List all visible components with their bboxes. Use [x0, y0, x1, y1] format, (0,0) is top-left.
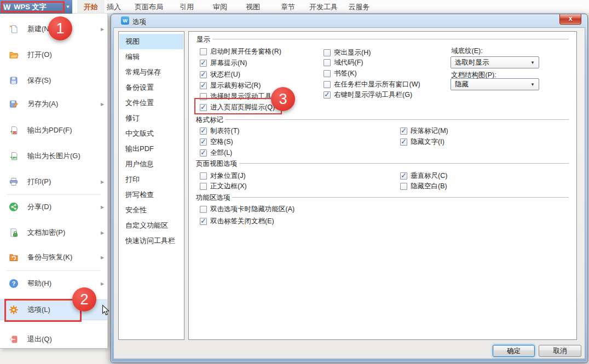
checkbox-label: 段落标记(M)	[411, 126, 448, 136]
submenu-arrow-icon: ▶	[101, 27, 104, 32]
category-revisions[interactable]: 修订	[119, 111, 183, 126]
group-title-ribbon-options: 功能区选项	[196, 193, 230, 203]
chevron-down-icon: ▼	[66, 4, 70, 9]
category-output-pdf[interactable]: 输出PDF	[119, 141, 183, 157]
checkbox-row-status-bar[interactable]: 状态栏(U)	[200, 70, 240, 79]
checkbox[interactable]	[200, 82, 207, 89]
menu-item-label: 保存(S)	[27, 76, 51, 85]
checkbox[interactable]	[324, 70, 331, 77]
category-view[interactable]: 视图	[119, 34, 183, 49]
group-title-display: 显示	[197, 35, 210, 44]
checkbox-label: 右键时显示浮动工具栏(G)	[334, 90, 412, 100]
checkbox-row-all-windows-taskbar[interactable]: 在任务栏中显示所有窗口(W)	[324, 79, 420, 89]
category-user-info[interactable]: 用户信息	[119, 157, 183, 172]
checkbox-row-paragraph-marks[interactable]: 段落标记(M)	[400, 126, 448, 136]
checkbox[interactable]	[324, 49, 331, 56]
checkbox[interactable]	[324, 59, 331, 66]
checkbox-row-screen-tips[interactable]: 屏幕提示(N)	[200, 58, 247, 68]
checkbox-row-hide-whitespace[interactable]: 隐藏空白(B)	[400, 181, 447, 191]
category-general-save[interactable]: 常规与保存	[119, 65, 183, 80]
document-map-dropdown[interactable]: 隐藏 ▼	[451, 78, 539, 90]
checkbox[interactable]	[400, 128, 407, 135]
category-security[interactable]: 安全性	[119, 203, 183, 218]
checkbox-label: 制表符(T)	[210, 126, 239, 136]
menu-item-backup-restore[interactable]: 备份与恢复(K) ▶	[0, 246, 107, 268]
menu-item-print[interactable]: 打印(P) ▶	[0, 171, 107, 193]
checkbox-row-object-position[interactable]: 对象位置(J)	[200, 171, 246, 181]
checkbox-row-field-codes[interactable]: 域代码(F)	[324, 57, 363, 67]
annotation-step-1: 1	[48, 16, 72, 41]
ribbon-tab-bar: W WPS 文字 ▼ 开始 插入 页面布局 引用 审阅 视图 章节 开发工具 云…	[0, 0, 589, 14]
checkbox[interactable]	[200, 60, 207, 67]
cancel-button[interactable]: 取消	[539, 345, 581, 357]
checkbox-row-all-marks[interactable]: 全部(L)	[200, 148, 232, 158]
checkbox-row-crop-marks[interactable]: 显示裁剪标记(R)	[200, 80, 261, 90]
ok-button[interactable]: 确定	[493, 345, 535, 357]
checkbox-row-spaces[interactable]: 空格(S)	[200, 137, 233, 147]
save-as-icon	[8, 99, 19, 109]
checkbox-row-double-click-hide-ribbon[interactable]: 双击选项卡时隐藏功能区(A)	[200, 204, 294, 214]
checkbox-row-double-click-close-doc[interactable]: 双击标签关闭文档(E)	[200, 216, 274, 226]
checkbox[interactable]	[200, 71, 207, 78]
checkbox-row-floating-toolbar-right-click[interactable]: 右键时显示浮动工具栏(G)	[324, 90, 412, 100]
field-shading-dropdown[interactable]: 选取时显示 ▼	[451, 56, 539, 68]
field-shading-label: 域底纹(E):	[451, 47, 483, 56]
category-edit[interactable]: 编辑	[119, 49, 183, 65]
chevron-down-icon: ▼	[530, 60, 535, 65]
submenu-arrow-icon: ▶	[101, 281, 104, 286]
tab-page-layout[interactable]: 页面布局	[131, 0, 166, 14]
checkbox[interactable]	[400, 138, 407, 146]
menu-item-label: 帮助(H)	[27, 279, 51, 288]
category-file-locations[interactable]: 文件位置	[119, 95, 183, 111]
checkbox[interactable]	[200, 48, 207, 55]
tab-home[interactable]: 开始	[77, 0, 105, 14]
checkbox[interactable]	[400, 172, 407, 180]
checkbox-row-text-boundaries[interactable]: 正文边框(X)	[200, 181, 247, 191]
save-icon	[8, 75, 19, 86]
checkbox-row-highlight[interactable]: 突出显示(H)	[324, 48, 371, 57]
checkbox-row-hidden-text[interactable]: 隐藏文字(I)	[400, 137, 444, 147]
checkbox[interactable]	[200, 128, 207, 135]
tab-section[interactable]: 章节	[279, 0, 297, 14]
checkbox[interactable]	[200, 172, 207, 180]
menu-item-save-as[interactable]: 另存为(A) ▶	[0, 93, 107, 115]
checkbox[interactable]	[324, 91, 331, 99]
checkbox[interactable]	[200, 138, 207, 146]
menu-item-save[interactable]: 保存(S)	[0, 70, 107, 91]
annotation-box-header-footer-hint	[194, 98, 282, 114]
checkbox[interactable]	[200, 149, 207, 157]
checkbox[interactable]	[200, 206, 207, 213]
tab-cloud[interactable]: 云服务	[346, 0, 372, 14]
checkbox[interactable]	[200, 218, 207, 225]
close-button[interactable]: x	[559, 14, 581, 25]
checkbox[interactable]	[400, 183, 407, 190]
checkbox[interactable]	[324, 81, 331, 88]
category-quick-access-toolbar[interactable]: 快速访问工具栏	[119, 233, 183, 249]
menu-item-share[interactable]: 分享(D) ▶	[0, 196, 107, 218]
checkbox-row-bookmarks[interactable]: 书签(K)	[324, 68, 357, 78]
checkbox[interactable]	[200, 183, 207, 190]
tab-references[interactable]: 引用	[178, 0, 195, 14]
category-chinese-layout[interactable]: 中文版式	[119, 126, 183, 141]
tab-review[interactable]: 审阅	[211, 0, 229, 14]
options-category-list: 视图 编辑 常规与保存 备份设置 文件位置 修订 中文版式 输出PDF 用户信息…	[118, 31, 184, 340]
menu-item-encrypt[interactable]: 文档加密(P) ▶	[0, 222, 107, 244]
checkbox-row-expand-task-pane[interactable]: 启动时展开任务窗格(R)	[200, 47, 281, 56]
category-spell-check[interactable]: 拼写检查	[119, 187, 183, 203]
menu-item-export-pdf[interactable]: PDF 输出为PDF(F)	[0, 119, 107, 141]
category-customize-ribbon[interactable]: 自定义功能区	[119, 218, 183, 233]
menu-item-label: 打开(O)	[27, 50, 52, 60]
tab-view[interactable]: 视图	[244, 0, 262, 14]
submenu-arrow-icon: ▶	[101, 180, 104, 184]
menu-item-open[interactable]: 打开(O)	[0, 44, 107, 66]
tab-insert[interactable]: 插入	[105, 0, 123, 14]
tab-developer[interactable]: 开发工具	[307, 0, 340, 14]
category-print[interactable]: 打印	[119, 172, 183, 187]
checkbox-row-vertical-ruler[interactable]: 垂直标尺(C)	[400, 171, 447, 181]
menu-item-export-long-image[interactable]: 输出为长图片(G)	[0, 145, 107, 167]
menu-item-exit[interactable]: 退出(Q)	[0, 328, 107, 350]
category-backup-settings[interactable]: 备份设置	[119, 80, 183, 95]
checkbox-row-tabs[interactable]: 制表符(T)	[200, 126, 239, 136]
printer-icon	[8, 176, 19, 187]
menu-item-label: 输出为PDF(F)	[27, 125, 72, 135]
